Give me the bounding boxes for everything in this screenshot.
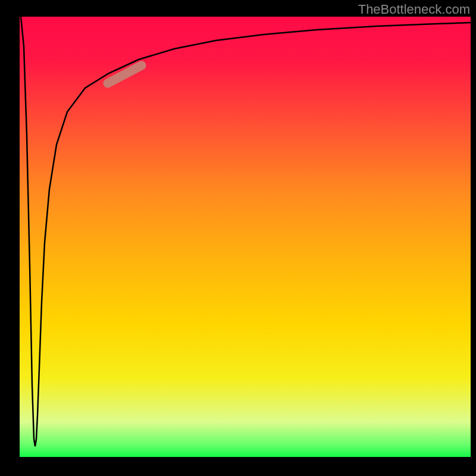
chart-curve-svg (20, 17, 471, 457)
highlight-segment (108, 65, 142, 83)
bottleneck-curve (21, 17, 471, 446)
watermark-text: TheBottleneck.com (358, 2, 470, 17)
